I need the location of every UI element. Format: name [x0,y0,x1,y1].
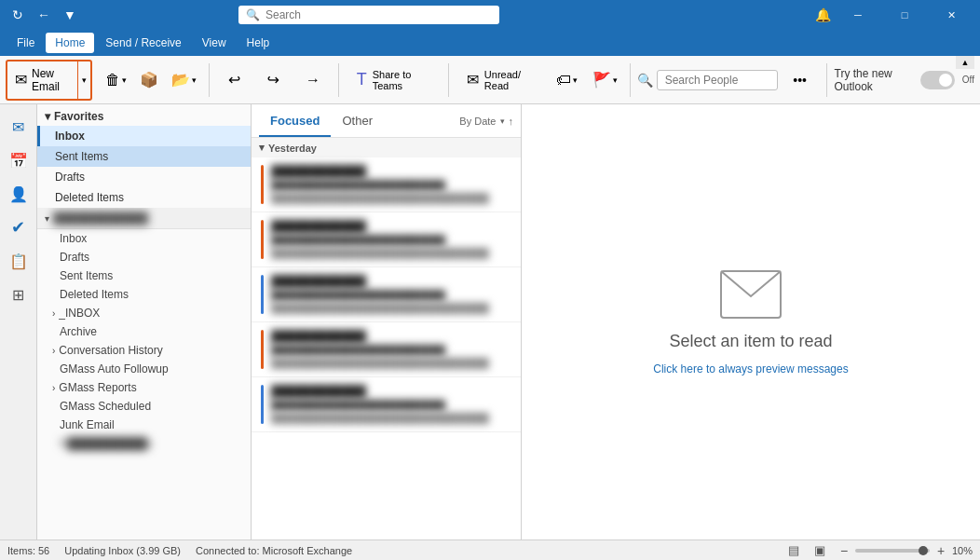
redo-icon: ↩ [267,71,279,89]
move-button[interactable]: 📂 ▾ [166,60,202,101]
zoom-out-button[interactable]: − [837,543,851,558]
status-left: Items: 56 Updating Inbox (3.99 GB) Conne… [7,545,784,556]
title-search-bar[interactable]: 🔍 [238,6,499,24]
gmass-rep-chevron: › [52,383,55,393]
move-dropdown-arrow: ▾ [192,75,197,85]
sidebar-item-contacts[interactable]: 👤 [4,179,34,209]
email-content-5: ████████████ ████████████████████████ ██… [271,385,511,424]
new-email-icon: ✉ [15,71,27,89]
folder-junk[interactable]: Junk Email [37,416,251,434]
categorize-dropdown-arrow: ▾ [573,75,578,85]
reading-pane-preview-link[interactable]: Click here to always preview messages [653,362,848,376]
zoom-slider-thumb [919,546,928,555]
folder-deleted-2[interactable]: Deleted Items [37,285,251,304]
archive-button[interactable]: 📦 [134,60,164,101]
menu-home[interactable]: Home [46,33,94,53]
new-email-button[interactable]: ✉ New Email [7,61,77,99]
menu-file[interactable]: File [7,33,44,53]
notification-button[interactable]: 🔔 [812,5,833,25]
folder-gmass-followup[interactable]: GMass Auto Followup [37,360,251,378]
folder-gmass-scheduled[interactable]: GMass Scheduled [37,397,251,416]
forward-icon: → [306,72,320,89]
follow-up-icon: 🚩 [592,71,611,89]
email-subject-1: ████████████████████████ [271,180,511,191]
folder-resize-handle[interactable] [243,104,251,540]
email-subject-3: ████████████████████████ [271,290,511,301]
folder-scroll-inner: ▾ ████████████ Inbox Drafts Sent Items D… [37,208,251,540]
gmass-rep-label: GMass Reports [59,381,136,394]
new-outlook-toggle[interactable] [920,71,955,89]
unread-read-button[interactable]: ✉ Unread/ Read [456,60,547,101]
conv-chevron: › [52,346,55,356]
sort-dropdown-icon: ▾ [500,116,505,126]
folder-inbox-3[interactable]: › _INBOX [37,304,251,322]
follow-up-button[interactable]: 🚩 ▾ [587,60,623,101]
folder-inbox-2[interactable]: Inbox [37,229,251,248]
menu-send-receive[interactable]: Send / Receive [96,33,190,53]
zoom-slider[interactable] [855,549,930,553]
folder-deleted-fav[interactable]: Deleted Items [37,187,251,208]
sidebar-item-apps[interactable]: ⊞ [4,280,34,309]
refresh-button[interactable]: ↻ [7,5,28,25]
title-search-input[interactable] [265,8,492,21]
ribbon-sep-4 [630,63,631,97]
folder-n[interactable]: N██████████s [37,434,251,453]
more-button[interactable]: ••• [782,60,819,101]
email-item-3[interactable]: ████████████ ████████████████████████ ██… [252,267,521,322]
date-group-label: Yesterday [268,143,317,154]
folder-sent-items-2[interactable]: Sent Items [37,266,251,285]
compact-view-button[interactable]: ▤ [784,541,803,559]
account-chevron: ▾ [45,213,49,224]
email-item-5[interactable]: ████████████ ████████████████████████ ██… [252,377,521,432]
tab-focused[interactable]: Focused [259,106,331,137]
email-item-2[interactable]: ████████████ ████████████████████████ ██… [252,212,521,267]
email-sender-5: ████████████ [271,385,511,398]
folder-drafts-2[interactable]: Drafts [37,248,251,266]
email-item-4[interactable]: ████████████ ████████████████████████ ██… [252,322,521,377]
folder-sent-items-fav[interactable]: Sent Items [37,146,251,167]
maximize-button[interactable]: □ [883,0,926,30]
favorites-header[interactable]: ▾ Favorites [37,104,251,126]
zoom-in-button[interactable]: + [933,543,948,558]
forward-button[interactable]: → [294,60,332,101]
email-item-1[interactable]: ████████████ ████████████████████████ ██… [252,157,521,212]
sort-control[interactable]: By Date ▾ ↑ [459,116,513,127]
menu-view[interactable]: View [193,33,236,53]
folder-drafts-fav[interactable]: Drafts [37,167,251,187]
sidebar-item-calendar[interactable]: 📅 [4,145,34,175]
undo-button[interactable]: ← [34,5,54,25]
share-to-teams-button[interactable]: T Share to Teams [346,60,442,101]
sidebar-item-mail[interactable]: ✉ [4,112,34,142]
folder-conv-history[interactable]: › Conversation History [37,341,251,360]
folder-gmass-reports[interactable]: › GMass Reports [37,378,251,397]
customize-qat-button[interactable]: ▼ [60,5,80,25]
delete-button[interactable]: 🗑 ▾ [100,60,132,101]
sync-status: Updating Inbox (3.99 GB) [64,545,181,556]
redo-button[interactable]: ↩ [255,60,293,101]
sidebar-item-notes[interactable]: 📋 [4,246,34,276]
search-people-input[interactable] [657,70,778,90]
menu-help[interactable]: Help [238,33,279,53]
email-content-3: ████████████ ████████████████████████ ██… [271,275,511,314]
email-preview-3: ██████████████████████████████ [271,303,511,314]
undo-button[interactable]: ↩ [216,60,253,101]
ribbon-collapse-button[interactable]: ▲ [956,56,974,69]
folder-archive[interactable]: Archive [37,322,251,341]
close-button[interactable]: ✕ [930,0,973,30]
tab-other[interactable]: Other [331,106,384,137]
folder-inbox[interactable]: Inbox [37,126,251,146]
categorize-button[interactable]: 🏷 ▾ [551,60,583,101]
minimize-button[interactable]: ─ [837,0,879,30]
sidebar-item-tasks[interactable]: ✔ [4,212,34,242]
new-email-dropdown[interactable]: ▾ [77,61,90,99]
item-count: Items: 56 [7,545,49,556]
single-view-button[interactable]: ▣ [810,541,829,559]
ribbon-sep-3 [448,63,449,97]
status-right: ▤ ▣ − + 10% [784,541,973,559]
categorize-icon: 🏷 [556,72,571,89]
archive-icon: 📦 [140,71,158,89]
account-header[interactable]: ▾ ████████████ [37,208,251,229]
folder-deleted-fav-label: Deleted Items [55,191,124,204]
email-preview-5: ██████████████████████████████ [271,413,511,424]
delete-group: 🗑 ▾ 📦 📂 ▾ [100,60,202,101]
